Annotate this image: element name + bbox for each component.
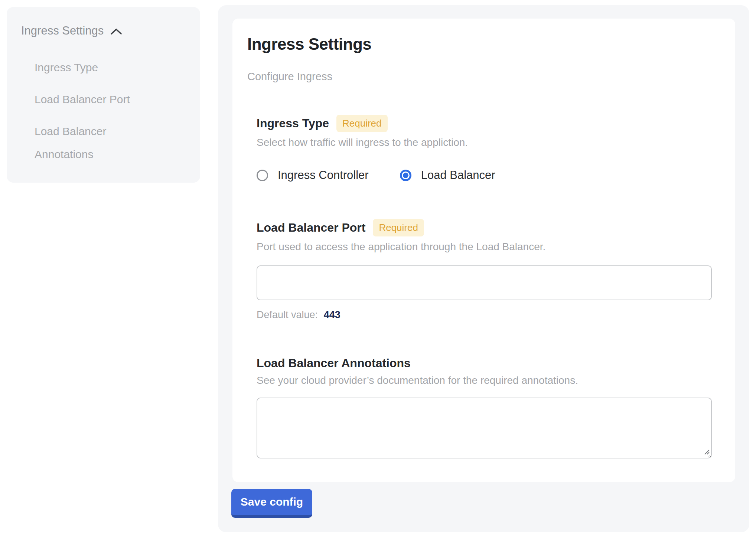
radio-load-balancer-icon[interactable] — [400, 170, 411, 181]
lb-annotations-label: Load Balancer Annotations — [257, 356, 411, 370]
lb-port-input[interactable] — [257, 265, 712, 300]
section-ingress-type: Ingress Type Required Select how traffic… — [257, 115, 712, 182]
radio-load-balancer[interactable]: Load Balancer — [400, 169, 495, 182]
sidebar-section-label: Ingress Settings — [21, 24, 104, 37]
page-subtitle: Configure Ingress — [247, 71, 720, 83]
radio-ingress-controller-label: Ingress Controller — [278, 169, 369, 182]
radio-load-balancer-label: Load Balancer — [421, 169, 495, 182]
sidebar-section-ingress-settings[interactable]: Ingress Settings — [21, 24, 191, 37]
lb-port-label: Load Balancer Port — [257, 221, 365, 235]
lb-port-default-value: 443 — [324, 309, 340, 320]
ingress-settings-card: Ingress Settings Configure Ingress Ingre… — [232, 19, 735, 482]
required-badge: Required — [336, 115, 388, 132]
sidebar-item-load-balancer-port[interactable]: Load Balancer Port — [35, 88, 150, 111]
section-load-balancer-port: Load Balancer Port Required Port used to… — [257, 219, 712, 321]
lb-port-description: Port used to access the application thro… — [257, 241, 712, 253]
save-config-button[interactable]: Save config — [231, 489, 312, 518]
section-load-balancer-annotations: Load Balancer Annotations See your cloud… — [257, 356, 712, 458]
ingress-type-label: Ingress Type — [257, 117, 329, 130]
ingress-type-description: Select how traffic will ingress to the a… — [257, 137, 712, 148]
ingress-type-options: Ingress Controller Load Balancer — [257, 169, 712, 182]
sidebar-item-load-balancer-annotations[interactable]: Load Balancer Annotations — [35, 120, 150, 166]
lb-annotations-textarea[interactable] — [257, 398, 712, 458]
sidebar-item-ingress-type[interactable]: Ingress Type — [35, 56, 150, 79]
chevron-up-icon — [110, 27, 122, 36]
lb-port-default-label: Default value: — [257, 309, 318, 320]
sidebar-subitems: Ingress Type Load Balancer Port Load Bal… — [35, 56, 150, 166]
required-badge: Required — [373, 219, 424, 236]
radio-ingress-controller[interactable]: Ingress Controller — [257, 169, 369, 182]
settings-sidebar: Ingress Settings Ingress Type Load Balan… — [7, 7, 200, 183]
page-title: Ingress Settings — [247, 35, 720, 53]
form-sections: Ingress Type Required Select how traffic… — [257, 115, 712, 458]
lb-port-default-line: Default value: 443 — [257, 309, 712, 321]
lb-annotations-description: See your cloud provider’s documentation … — [257, 375, 712, 386]
radio-ingress-controller-icon[interactable] — [257, 170, 268, 181]
config-panel: Ingress Settings Configure Ingress Ingre… — [218, 5, 749, 532]
